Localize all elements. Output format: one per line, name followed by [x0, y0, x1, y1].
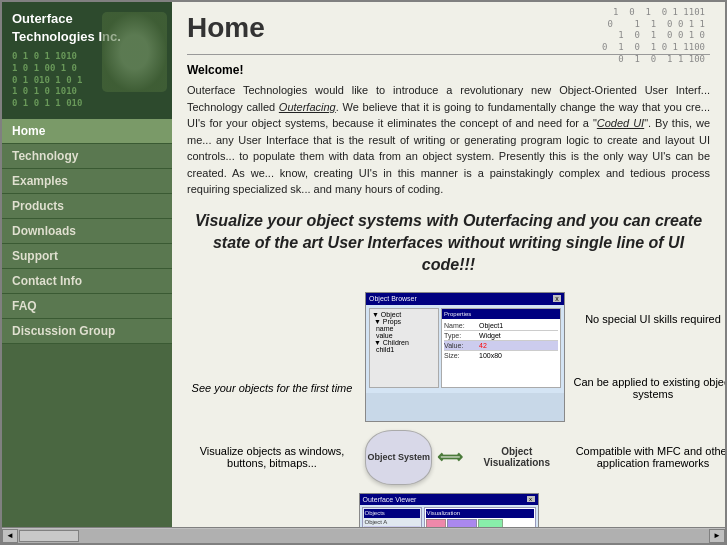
sidebar-item-discussion[interactable]: Discussion Group — [2, 319, 172, 344]
sidebar-item-technology[interactable]: Technology — [2, 144, 172, 169]
scroll-right-button[interactable]: ► — [709, 529, 725, 543]
sidebar-item-downloads[interactable]: Downloads — [2, 219, 172, 244]
mock-bottom-view: Visualization — [424, 507, 536, 527]
sidebar-item-examples[interactable]: Examples — [2, 169, 172, 194]
sidebar-logo: Outerface Technologies Inc. 0 1 0 1 1010… — [2, 2, 172, 119]
mock-tree: ▼ Object ▼ Props name value ▼ Children c… — [369, 308, 439, 388]
sidebar-face-image — [102, 12, 167, 92]
scroll-thumb[interactable] — [19, 530, 79, 542]
binary-decoration: 1 0 1 0 1 1101 0 1 1 0 0 1 1 1 0 1 0 0 1… — [602, 7, 705, 65]
blob-object-system: Object System — [365, 430, 432, 485]
bottom-center: Object System ⟺ Object Visualizations — [365, 430, 565, 485]
feature-text-see-objects: See your objects for the first time — [187, 382, 357, 394]
mock-props: Name:Object1 Type:Widget Value:42 Size:1… — [442, 319, 560, 362]
feature-text-no-special: No special UI skills required — [573, 313, 725, 325]
sidebar-item-contact[interactable]: Contact Info — [2, 269, 172, 294]
mock-bottom-list: Objects Object A Object B Object C — [362, 507, 422, 527]
mock-title: Object Browser — [369, 295, 553, 302]
sidebar-item-support[interactable]: Support — [2, 244, 172, 269]
mock-close: x — [553, 295, 561, 302]
sidebar: Outerface Technologies Inc. 0 1 0 1 1010… — [2, 2, 172, 527]
tagline: Visualize your object systems with Outer… — [187, 210, 710, 277]
feature-text-compatible: Compatible with MFC and other applicatio… — [573, 445, 725, 469]
sidebar-item-products[interactable]: Products — [2, 194, 172, 219]
content-area: 1 0 1 0 1 1101 0 1 1 0 0 1 1 1 0 1 0 0 1… — [172, 2, 725, 527]
main-content[interactable]: 1 0 1 0 1 1101 0 1 1 0 0 1 1 1 0 1 0 0 1… — [172, 2, 725, 527]
mock-bottom-content: Objects Object A Object B Object C Visua… — [360, 505, 538, 527]
feature-text-apply-existing: Can be applied to existing object system… — [573, 376, 725, 400]
horizontal-scrollbar[interactable]: ◄ ► — [2, 527, 725, 543]
sidebar-item-home[interactable]: Home — [2, 119, 172, 144]
mock-screenshot-bottom: Outerface Viewer x Objects Object A Obje… — [359, 493, 539, 527]
mock-screenshot-main: Object Browser x ▼ Object ▼ Props name v… — [365, 292, 565, 422]
double-arrow: ⟺ — [437, 446, 463, 468]
bottom-screenshots: Outerface Viewer x Objects Object A Obje… — [187, 493, 710, 527]
scroll-track[interactable] — [18, 529, 709, 543]
sidebar-item-faq[interactable]: FAQ — [2, 294, 172, 319]
mock-bottom-close: x — [527, 496, 535, 502]
mock-bottom-title: Outerface Viewer — [363, 496, 527, 503]
object-visualizations-label: Object Visualizations — [468, 446, 565, 468]
intro-paragraph: Outerface Technologies would like to int… — [187, 82, 710, 198]
scroll-left-button[interactable]: ◄ — [2, 529, 18, 543]
feature-text-visualize: Visualize objects as windows, buttons, b… — [187, 445, 357, 469]
mock-detail: Properties Name:Object1 Type:Widget Valu… — [441, 308, 561, 388]
